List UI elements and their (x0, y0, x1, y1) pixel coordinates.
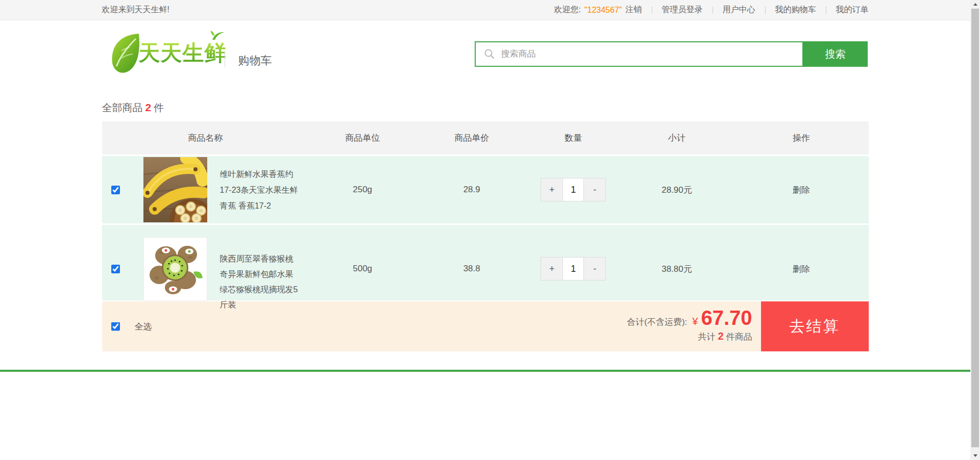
scroll-up-icon (973, 3, 977, 6)
table-row: 陕西周至翠香猕猴桃 奇异果新鲜包邮水果 绿芯猕猴桃现摘现发5 斤装 500g 3… (102, 225, 869, 300)
scrollbar (970, 0, 980, 460)
page-content: 欢迎来到天天生鲜! 欢迎您: "1234567" 注销 管理员登录 用户中心 我… (0, 0, 970, 372)
quantity-decrease-button[interactable]: - (584, 178, 605, 201)
scrollbar-down-button[interactable] (970, 451, 980, 460)
checkout-button[interactable]: 去结算 (761, 301, 869, 351)
quantity-input[interactable] (562, 258, 584, 280)
logo-text: 天天生鲜 (139, 39, 227, 67)
col-header-name: 商品名称 (102, 132, 309, 144)
total-label: 合计(不含运费): (627, 316, 687, 328)
product-image-kiwi (143, 237, 207, 301)
count-value: 2 (718, 330, 723, 342)
my-cart-link[interactable]: 我的购物车 (775, 5, 816, 15)
footer-divider-line (0, 370, 970, 372)
search-box (475, 41, 803, 67)
product-name: 陕西周至翠香猕猴桃 奇异果新鲜包邮水果 绿芯猕猴桃现摘现发5 斤装 (220, 251, 309, 313)
logout-link[interactable]: 注销 (626, 5, 642, 15)
col-header-price: 商品单价 (416, 132, 527, 144)
product-unit: 250g (309, 185, 416, 195)
select-all-label: 全选 (135, 321, 152, 333)
site-logo[interactable]: 天天生鲜 (109, 32, 227, 74)
admin-login-link[interactable]: 管理员登录 (662, 5, 703, 15)
quantity-stepper: + - (541, 257, 606, 280)
count-suffix: 件商品 (726, 332, 752, 342)
select-all-checkbox[interactable] (111, 322, 120, 331)
summary-prefix: 全部商品 (102, 102, 143, 113)
header-divider (225, 52, 225, 67)
product-subtotal: 28.90元 (619, 184, 734, 196)
product-unit: 500g (309, 264, 416, 274)
divider (765, 7, 766, 14)
search-bar: 搜索 (475, 41, 868, 67)
kiwi-illustration (146, 240, 204, 297)
cart-table: 商品名称 商品单位 商品单价 数量 小计 操作 (102, 121, 869, 351)
table-header-row: 商品名称 商品单位 商品单价 数量 小计 操作 (102, 121, 869, 155)
quantity-input[interactable] (562, 178, 584, 201)
cart-summary: 全部商品2件 (102, 101, 869, 115)
delete-link[interactable]: 删除 (793, 185, 810, 195)
quantity-stepper: + - (541, 178, 606, 201)
col-header-action: 操作 (734, 132, 869, 144)
logo-leaf-icon (109, 32, 143, 74)
product-subtotal: 38.80元 (619, 263, 734, 275)
summary-count: 2 (145, 101, 152, 113)
search-button[interactable]: 搜索 (803, 41, 868, 67)
search-icon (484, 48, 495, 60)
scrollbar-up-button[interactable] (970, 0, 980, 9)
username: "1234567" (584, 6, 622, 15)
row-select-checkbox[interactable] (111, 265, 120, 273)
site-header: 天天生鲜 购物车 搜索 (102, 20, 869, 87)
scroll-down-icon (973, 454, 977, 457)
quantity-increase-button[interactable]: + (541, 258, 562, 280)
count-prefix: 共计 (698, 332, 715, 342)
scrollbar-thumb[interactable] (971, 9, 979, 447)
delete-link[interactable]: 删除 (793, 264, 810, 274)
summary-suffix: 件 (154, 102, 164, 113)
quantity-decrease-button[interactable]: - (584, 258, 605, 280)
search-input[interactable] (501, 49, 802, 59)
divider (652, 7, 652, 14)
product-image-banana (143, 157, 207, 222)
logo-sprout-icon (209, 30, 227, 41)
cart-totals: 合计(不含运费): ¥ 67.70 共计2件商品 (627, 306, 752, 343)
welcome-user-prefix: 欢迎您: (554, 5, 580, 15)
currency-symbol: ¥ (692, 316, 698, 327)
top-bar: 欢迎来到天天生鲜! 欢迎您: "1234567" 注销 管理员登录 用户中心 我… (0, 0, 970, 20)
my-orders-link[interactable]: 我的订单 (836, 5, 869, 15)
user-center-link[interactable]: 用户中心 (723, 5, 755, 15)
quantity-increase-button[interactable]: + (541, 178, 562, 201)
divider (826, 7, 826, 14)
welcome-message: 欢迎来到天天生鲜! (102, 5, 169, 15)
product-name: 维叶新鲜水果香蕉约 17-23条天宝水果生鲜 青蕉 香蕉17-2 (220, 166, 309, 214)
product-price: 38.8 (416, 264, 527, 274)
col-header-qty: 数量 (527, 132, 619, 144)
total-amount: 67.70 (701, 306, 752, 329)
divider (713, 7, 713, 14)
col-header-subtotal: 小计 (619, 132, 734, 144)
page-title: 购物车 (238, 53, 272, 68)
row-select-checkbox[interactable] (111, 186, 120, 194)
table-row: 维叶新鲜水果香蕉约 17-23条天宝水果生鲜 青蕉 香蕉17-2 250g 28… (102, 156, 869, 223)
product-price: 28.9 (416, 185, 527, 195)
top-bar-links: 欢迎您: "1234567" 注销 管理员登录 用户中心 我的购物车 我的订单 (554, 5, 868, 15)
col-header-unit: 商品单位 (309, 132, 416, 144)
